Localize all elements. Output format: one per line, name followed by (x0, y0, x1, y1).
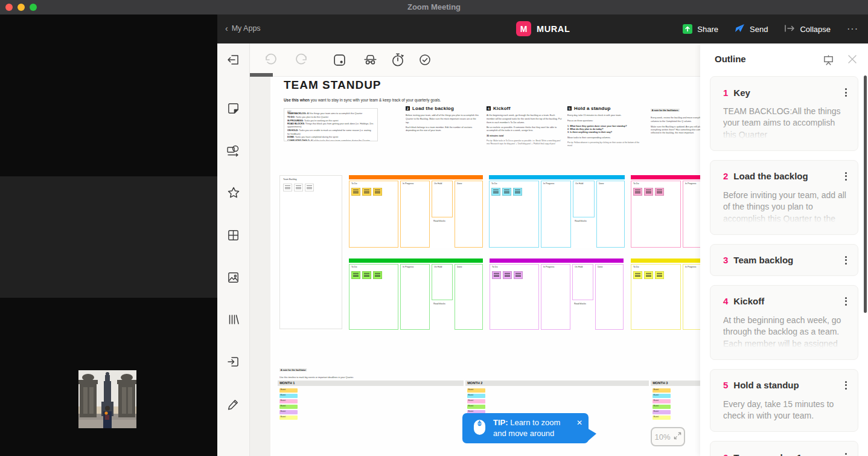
sticky-note[interactable] (351, 188, 360, 196)
draw-icon[interactable] (217, 388, 250, 420)
column-on-hold[interactable]: On Hold (573, 181, 595, 217)
private-mode-icon[interactable] (322, 43, 356, 77)
event-bar[interactable]: Event (653, 388, 671, 393)
kebab-menu-icon[interactable] (844, 87, 848, 98)
board-header-bar[interactable] (349, 259, 483, 263)
event-bar[interactable]: Event (279, 405, 298, 409)
sticky-note[interactable] (362, 188, 371, 196)
event-bar[interactable]: Event (653, 410, 671, 414)
sticky-note[interactable] (633, 271, 642, 279)
column-done[interactable]: Done (455, 181, 483, 248)
voting-icon[interactable] (412, 43, 438, 77)
outline-item[interactable]: 4KickoffAt the beginning each week, go t… (710, 285, 858, 360)
sticky-note[interactable] (633, 188, 642, 196)
outline-item[interactable]: 5Hold a standupEvery day, take 15 minute… (710, 369, 858, 432)
column-todo[interactable]: To Do (490, 264, 539, 330)
column-on-hold[interactable]: On Hold (432, 181, 453, 217)
sticky-note[interactable] (283, 184, 292, 191)
timer-icon[interactable] (384, 43, 412, 77)
column-in-progress[interactable]: In Progress (400, 264, 430, 330)
outline-item[interactable]: 2Load the backlogBefore inviting your te… (710, 160, 858, 235)
event-bar[interactable]: Event (653, 405, 671, 409)
sticky-note[interactable] (655, 188, 664, 196)
team-backlog-box[interactable]: Team Backlog (279, 175, 342, 329)
outline-scrollbar[interactable] (864, 75, 867, 313)
column-on-hold[interactable]: On Hold (432, 264, 453, 300)
column-todo[interactable]: To Do (349, 181, 398, 248)
grid-area-icon[interactable] (217, 219, 250, 251)
redo-icon[interactable] (286, 43, 318, 77)
canvas-scrollbar-nub[interactable] (250, 73, 273, 77)
image-icon[interactable] (217, 261, 250, 294)
kebab-menu-icon[interactable] (844, 380, 848, 391)
incognito-icon[interactable] (356, 43, 384, 77)
participant-video-thumbnail[interactable] (78, 370, 136, 428)
sticky-note[interactable] (373, 271, 382, 279)
sticky-note[interactable] (351, 271, 360, 279)
canvas-section[interactable]: 2Load the backlogBefore inviting your te… (406, 106, 479, 147)
sticky-note[interactable] (294, 184, 303, 191)
column-done[interactable]: Done (455, 264, 483, 330)
back-to-my-apps[interactable]: ‹ My Apps (225, 24, 261, 33)
column-in-progress[interactable]: In Progress (400, 181, 430, 248)
column-road-blocks[interactable]: Road blocks (432, 301, 453, 330)
event-bar[interactable]: Event (467, 394, 485, 398)
frameworks-icon[interactable] (217, 303, 250, 336)
outline-item[interactable]: 6Team member 1 (710, 441, 858, 456)
event-bar[interactable]: Event (653, 416, 671, 420)
share-button[interactable]: Share (683, 24, 718, 34)
column-done[interactable]: Done (596, 181, 625, 248)
column-road-blocks[interactable]: Road blocks (573, 219, 595, 248)
column-done[interactable]: Done (595, 264, 624, 330)
event-bar[interactable]: Event (279, 394, 298, 398)
send-button[interactable]: Send (735, 24, 768, 34)
board-header-bar[interactable] (489, 175, 625, 179)
column-in-progress[interactable]: In Progress (541, 264, 570, 330)
zoom-level-control[interactable]: 10% (651, 427, 685, 446)
canvas-section[interactable]: 5Hold a standupEvery day, take 15 minute… (567, 106, 642, 172)
event-bar[interactable]: Event (653, 394, 671, 398)
import-icon[interactable] (217, 345, 250, 378)
column-on-hold[interactable]: On Hold (572, 264, 594, 300)
more-options-button[interactable]: ··· (847, 24, 858, 34)
sticky-note[interactable] (503, 271, 512, 279)
star-icon[interactable] (217, 176, 250, 209)
column-in-progress[interactable]: In Progress (541, 181, 571, 248)
event-bar[interactable]: Event (279, 399, 298, 403)
sticky-note[interactable] (644, 188, 653, 196)
event-bar[interactable]: Event (279, 410, 298, 414)
column-todo[interactable]: To Do (349, 264, 398, 330)
board-header-bar[interactable] (349, 175, 483, 179)
column-road-blocks[interactable]: Road blocks (432, 219, 453, 248)
sticky-note[interactable] (514, 271, 523, 279)
event-bar[interactable]: Event (467, 388, 485, 393)
key-box[interactable]: KEY TEAM BACKLOG: All the things your te… (284, 108, 378, 141)
sticky-note[interactable] (305, 184, 314, 191)
undo-icon[interactable] (255, 43, 286, 77)
outline-item[interactable]: 1KeyTEAM BACKLOG:All the things your tea… (710, 76, 858, 151)
outline-item[interactable]: 3Team backlog (710, 244, 858, 276)
board-header-bar[interactable] (490, 259, 624, 263)
sticky-note[interactable] (655, 271, 664, 279)
event-bar[interactable]: Event (467, 405, 485, 409)
event-bar[interactable]: Event (653, 399, 671, 403)
column-todo[interactable]: To Do (631, 181, 681, 248)
collapse-button[interactable]: Collapse (784, 24, 831, 34)
close-outline-icon[interactable] (847, 54, 857, 66)
present-outline-icon[interactable] (823, 54, 834, 68)
sticky-note[interactable] (491, 188, 500, 196)
shapes-connector-icon[interactable] (217, 134, 250, 167)
exit-panel-icon[interactable] (217, 43, 250, 76)
kebab-menu-icon[interactable] (844, 452, 848, 456)
tip-close-icon[interactable]: ✕ (576, 419, 582, 427)
sticky-note[interactable] (513, 188, 522, 196)
sticky-note[interactable] (502, 188, 511, 196)
column-todo[interactable]: To Do (489, 181, 539, 248)
column-road-blocks[interactable]: Road blocks (572, 301, 594, 330)
sticky-note[interactable] (492, 271, 501, 279)
kebab-menu-icon[interactable] (844, 171, 848, 182)
kebab-menu-icon[interactable] (844, 296, 848, 307)
sticky-note[interactable] (644, 271, 653, 279)
event-bar[interactable]: Event (467, 399, 485, 403)
event-bar[interactable]: Event (279, 388, 298, 393)
